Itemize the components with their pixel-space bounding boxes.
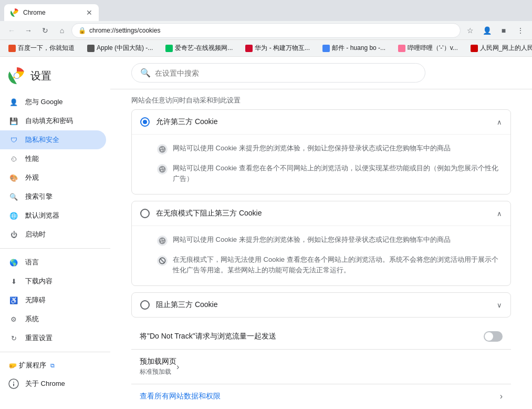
sidebar-item-download[interactable]: ⬇ 下载内容 <box>0 272 106 291</box>
settings-search-box[interactable]: 🔍 <box>131 63 425 83</box>
sidebar-item-you-google[interactable]: 👤 您与 Google <box>0 93 106 111</box>
sidebar-label-system: 系统 <box>25 314 39 324</box>
bookmark-favicon <box>322 45 330 52</box>
block-third-party-radio[interactable] <box>140 300 150 310</box>
bookmark-label: 百度一下，你就知道 <box>18 44 75 53</box>
sidebar: 设置 👤 您与 Google 💾 自动填充和密码 🛡 隐私和安全 ⏲ 性能 🎨 … <box>0 57 110 409</box>
bookmark-favicon <box>471 45 478 52</box>
sidebar-item-accessibility[interactable]: ♿ 无障碍 <box>0 291 106 310</box>
sidebar-item-appearance[interactable]: 🎨 外观 <box>0 168 106 187</box>
block-sub-option-row-2: 在无痕模式下，网站无法使用 Cookie 查看您在各个网站上的浏览活动。系统不会… <box>157 250 502 279</box>
do-not-track-toggle[interactable] <box>484 331 503 342</box>
allow-third-party-row[interactable]: 允许第三方 Cookie ∧ <box>132 110 510 134</box>
profile-button[interactable]: 👤 <box>479 23 494 38</box>
sidebar-label-browser: 默认浏览器 <box>25 211 59 220</box>
browser-tab[interactable]: Chrome ✕ <box>4 4 99 21</box>
sidebar-divider-2 <box>0 352 110 352</box>
bookmark-huawei[interactable]: 华为 - 构建万物互... <box>241 43 314 54</box>
cookie-icon-2 <box>157 164 168 175</box>
settings-search-input[interactable] <box>155 69 416 77</box>
cookie-icon-1 <box>157 144 168 155</box>
block-third-party-label: 阻止第三方 Cookie <box>156 300 497 310</box>
sidebar-item-performance[interactable]: ⏲ 性能 <box>0 149 106 168</box>
allow-third-party-label: 允许第三方 Cookie <box>156 117 497 127</box>
address-text: chrome://settings/cookies <box>89 27 160 34</box>
do-not-track-row[interactable]: 将"Do Not Track"请求与浏览流量一起发送 <box>131 324 511 350</box>
sidebar-item-browser[interactable]: 🌐 默认浏览器 <box>0 206 106 225</box>
sidebar-item-reset[interactable]: ↻ 重置设置 <box>0 329 106 347</box>
bookmark-baidu[interactable]: 百度一下，你就知道 <box>4 43 79 54</box>
bookmark-label: 哔哩哔哩（'-'）v... <box>408 44 458 53</box>
block-third-party-group: 阻止第三方 Cookie ∨ <box>131 292 511 318</box>
preload-label: 预加载网页 <box>140 357 176 366</box>
svg-point-12 <box>160 168 161 169</box>
block-incognito-chevron-icon: ∧ <box>497 210 502 218</box>
allow-third-party-sub: 网站可以使用 Cookie 来提升您的浏览体验，例如让您保持登录状态或记住您购物… <box>132 134 510 194</box>
preload-sublabel: 标准预加载 <box>140 367 176 376</box>
block-sub-text-2: 在无痕模式下，网站无法使用 Cookie 查看您在各个网站上的浏览活动。系统不会… <box>173 254 502 275</box>
forward-button[interactable]: → <box>21 23 36 38</box>
bookmarks-button[interactable]: ☆ <box>463 23 477 38</box>
svg-point-11 <box>159 166 166 173</box>
sidebar-item-autofill[interactable]: 💾 自动填充和密码 <box>0 111 106 130</box>
bookmark-people[interactable]: 人民网_网上的人民... <box>466 43 532 54</box>
block-incognito-group: 在无痕模式下阻止第三方 Cookie ∧ <box>131 201 511 286</box>
sidebar-divider <box>0 248 110 249</box>
sidebar-label-you-google: 您与 Google <box>25 97 63 107</box>
system-icon: ⚙ <box>8 314 19 324</box>
svg-point-16 <box>159 238 166 244</box>
tab-close-button[interactable]: ✕ <box>86 8 92 17</box>
shield-icon: 🛡 <box>8 135 19 145</box>
block-incognito-row[interactable]: 在无痕模式下阻止第三方 Cookie ∧ <box>132 201 510 226</box>
home-button[interactable]: ⌂ <box>55 23 69 38</box>
sidebar-label-accessibility: 无障碍 <box>25 295 46 305</box>
bookmark-mail[interactable]: 邮件 - huang bo -... <box>318 43 390 54</box>
sidebar-item-extensions[interactable]: 🤛 扩展程序 ⧉ <box>0 356 106 374</box>
menu-button[interactable]: ⋮ <box>513 23 528 38</box>
bookmark-apple[interactable]: Apple (中国大陆) -... <box>83 43 157 54</box>
sidebar-item-language[interactable]: 🌎 语言 <box>0 253 106 272</box>
block-third-party-row[interactable]: 阻止第三方 Cookie ∨ <box>132 293 510 317</box>
block-sub-text-1: 网站可以使用 Cookie 来提升您的浏览体验，例如让您保持登录状态或记住您购物… <box>173 234 451 245</box>
sidebar-item-startup[interactable]: ⏻ 启动时 <box>0 225 106 244</box>
block-sub-option-row-1: 网站可以使用 Cookie 来提升您的浏览体验，例如让您保持登录状态或记住您购物… <box>157 230 502 250</box>
preload-row[interactable]: 预加载网页 标准预加载 › <box>131 350 511 384</box>
reset-icon: ↻ <box>8 333 19 343</box>
ban-icon <box>157 255 168 266</box>
sub-option-row-1: 网站可以使用 Cookie 来提升您的浏览体验，例如让您保持登录状态或记住您购物… <box>157 139 502 159</box>
address-bar[interactable]: 🔒 chrome://settings/cookies <box>71 23 461 38</box>
sidebar-item-privacy[interactable]: 🛡 隐私和安全 <box>0 130 106 149</box>
view-permissions-row[interactable]: 查看所有网站数据和权限 › <box>131 384 511 408</box>
sidebar-label-language: 语言 <box>25 258 39 267</box>
bookmark-favicon <box>398 45 405 52</box>
nav-bar: ← → ↻ ⌂ 🔒 chrome://settings/cookies ☆ 👤 … <box>0 21 532 40</box>
block-third-party-chevron-icon: ∨ <box>497 301 502 309</box>
bookmark-label: 爱奇艺-在线视频网... <box>175 44 233 53</box>
section-header-note: 网站会任意访问时自动采和到此设置 <box>131 89 511 109</box>
sidebar-item-about[interactable]: 关于 Chrome <box>0 374 106 393</box>
sidebar-item-search[interactable]: 🔍 搜索引擎 <box>0 187 106 206</box>
svg-line-22 <box>160 259 164 263</box>
svg-point-14 <box>161 170 162 171</box>
sub-option-text-1: 网站可以使用 Cookie 来提升您的浏览体验，例如让您保持登录状态或记住您购物… <box>173 143 451 154</box>
bookmark-iqiyi[interactable]: 爱奇艺-在线视频网... <box>161 43 237 54</box>
settings-content-area: 🔍 网站会任意访问时自动采和到此设置 允许第三方 Cookie ∧ <box>110 57 532 409</box>
bookmark-favicon <box>8 45 16 52</box>
settings-title: 设置 <box>30 69 51 83</box>
gauge-icon: ⏲ <box>8 154 19 164</box>
extensions-button[interactable]: ■ <box>496 23 511 38</box>
person-icon: 👤 <box>8 97 19 107</box>
sidebar-item-system[interactable]: ⚙ 系统 <box>0 310 106 329</box>
main-area: 设置 👤 您与 Google 💾 自动填充和密码 🛡 隐私和安全 ⏲ 性能 🎨 … <box>0 57 532 409</box>
reload-button[interactable]: ↻ <box>38 23 53 38</box>
back-button[interactable]: ← <box>4 23 19 38</box>
bookmark-bilibili[interactable]: 哔哩哔哩（'-'）v... <box>394 43 462 54</box>
allow-third-party-radio[interactable] <box>140 117 150 127</box>
block-incognito-radio[interactable] <box>140 209 150 218</box>
extensions-icon: 🤛 <box>8 362 17 370</box>
do-not-track-label: 将"Do Not Track"请求与浏览流量一起发送 <box>140 332 484 341</box>
svg-point-9 <box>161 150 162 151</box>
bookmark-favicon <box>245 45 253 52</box>
view-permissions-arrow-icon: › <box>500 392 503 401</box>
block-incognito-sub: 网站可以使用 Cookie 来提升您的浏览体验，例如让您保持登录状态或记住您购物… <box>132 226 510 285</box>
